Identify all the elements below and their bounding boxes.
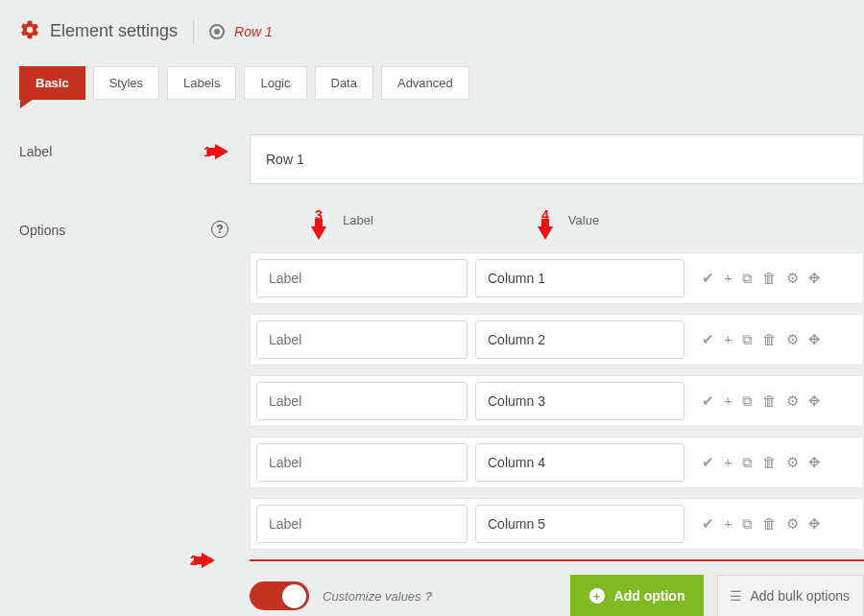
options-row: Options ? 3 4 Label Value ✔ + ⧉ 🗑 <box>19 213 864 616</box>
plus-icon[interactable]: + <box>724 454 732 471</box>
arrow-right-icon <box>215 144 228 159</box>
settings-icon[interactable]: ⚙ <box>786 454 799 471</box>
settings-header: Element settings Row 1 <box>19 19 864 43</box>
annotation-1: 1 <box>204 144 228 159</box>
options-divider <box>250 559 864 561</box>
check-icon[interactable]: ✔ <box>702 515 714 533</box>
settings-icon[interactable]: ⚙ <box>786 392 799 410</box>
annotation-2: 2 <box>190 553 215 568</box>
option-label-input[interactable] <box>256 382 468 420</box>
plus-circle-icon: + <box>589 588 605 604</box>
trash-icon[interactable]: 🗑 <box>762 515 777 533</box>
option-actions: ✔ + ⧉ 🗑 ⚙ ✥ <box>702 331 821 348</box>
add-bulk-options-button[interactable]: ☰ Add bulk options <box>717 575 864 616</box>
tab-styles[interactable]: Styles <box>93 66 159 100</box>
move-icon[interactable]: ✥ <box>808 331 821 348</box>
option-row: ✔ + ⧉ 🗑 ⚙ ✥ <box>250 437 864 488</box>
tab-bar: Basic Styles Labels Logic Data Advanced <box>19 66 864 100</box>
trash-icon[interactable]: 🗑 <box>762 331 777 348</box>
copy-icon[interactable]: ⧉ <box>742 515 753 533</box>
option-value-input[interactable] <box>475 259 684 297</box>
move-icon[interactable]: ✥ <box>808 454 821 471</box>
tab-advanced[interactable]: Advanced <box>381 66 469 100</box>
option-label-input[interactable] <box>256 443 468 482</box>
tab-labels[interactable]: Labels <box>167 66 236 100</box>
option-row: ✔ + ⧉ 🗑 ⚙ ✥ <box>250 252 864 304</box>
check-icon[interactable]: ✔ <box>702 392 714 410</box>
arrow-down-icon <box>538 226 553 240</box>
option-value-input[interactable] <box>475 505 684 543</box>
gear-icon <box>19 19 40 43</box>
label-row: Label 1 <box>19 134 864 184</box>
option-label-input[interactable] <box>256 259 468 297</box>
option-actions: ✔ + ⧉ 🗑 ⚙ ✥ <box>702 454 821 471</box>
option-header-label: Label <box>244 213 472 252</box>
plus-icon[interactable]: + <box>724 392 732 410</box>
option-value-input[interactable] <box>475 443 684 482</box>
help-icon[interactable]: ? <box>211 221 228 238</box>
option-actions: ✔ + ⧉ 🗑 ⚙ ✥ <box>702 270 821 287</box>
copy-icon[interactable]: ⧉ <box>742 392 753 410</box>
check-icon[interactable]: ✔ <box>702 270 714 287</box>
tab-data[interactable]: Data <box>315 66 373 100</box>
settings-icon[interactable]: ⚙ <box>786 270 799 287</box>
options-footer: Customize values? + Add option ☰ Add bul… <box>250 575 864 616</box>
option-actions: ✔ + ⧉ 🗑 ⚙ ✥ <box>702 515 821 533</box>
option-value-input[interactable] <box>475 320 684 359</box>
arrow-right-icon <box>202 553 215 568</box>
option-actions: ✔ + ⧉ 🗑 ⚙ ✥ <box>702 392 821 410</box>
option-value-input[interactable] <box>475 382 684 420</box>
check-icon[interactable]: ✔ <box>702 454 714 471</box>
help-glyph-icon[interactable]: ? <box>425 589 433 604</box>
option-row: ✔ + ⧉ 🗑 ⚙ ✥ <box>250 498 864 550</box>
option-label-input[interactable] <box>256 320 468 359</box>
page-title: Element settings <box>50 21 178 41</box>
copy-icon[interactable]: ⧉ <box>742 454 753 471</box>
trash-icon[interactable]: 🗑 <box>762 454 777 471</box>
breadcrumb: Row 1 <box>234 24 273 39</box>
copy-icon[interactable]: ⧉ <box>742 331 753 348</box>
settings-icon[interactable]: ⚙ <box>786 515 799 533</box>
option-headers: Label Value <box>244 213 864 252</box>
trash-icon[interactable]: 🗑 <box>762 270 777 287</box>
annotation-4: 4 <box>538 207 553 240</box>
copy-icon[interactable]: ⧉ <box>742 270 753 287</box>
move-icon[interactable]: ✥ <box>808 515 821 533</box>
tab-basic[interactable]: Basic <box>19 66 85 100</box>
plus-icon[interactable]: + <box>724 331 732 348</box>
label-input[interactable] <box>250 134 864 184</box>
list-icon: ☰ <box>730 588 742 604</box>
label-field-name: Label <box>19 134 211 159</box>
header-divider <box>193 20 194 43</box>
annotation-3: 3 <box>311 207 326 240</box>
move-icon[interactable]: ✥ <box>808 392 821 410</box>
radio-icon <box>209 24 225 39</box>
check-icon[interactable]: ✔ <box>702 331 714 348</box>
option-label-input[interactable] <box>256 505 468 543</box>
plus-icon[interactable]: + <box>724 515 732 533</box>
tab-logic[interactable]: Logic <box>244 66 306 100</box>
arrow-down-icon <box>311 226 326 240</box>
options-field-name: Options <box>19 213 211 238</box>
trash-icon[interactable]: 🗑 <box>762 392 777 410</box>
toggle-knob <box>282 584 306 608</box>
option-header-value: Value <box>472 213 695 252</box>
option-row: ✔ + ⧉ 🗑 ⚙ ✥ <box>250 375 864 427</box>
plus-icon[interactable]: + <box>724 270 732 287</box>
settings-icon[interactable]: ⚙ <box>786 331 799 348</box>
customize-values-toggle[interactable] <box>250 581 309 610</box>
add-option-button[interactable]: + Add option <box>570 575 705 616</box>
option-row: ✔ + ⧉ 🗑 ⚙ ✥ <box>250 314 864 366</box>
customize-values-label: Customize values? <box>323 589 557 604</box>
move-icon[interactable]: ✥ <box>808 270 821 287</box>
